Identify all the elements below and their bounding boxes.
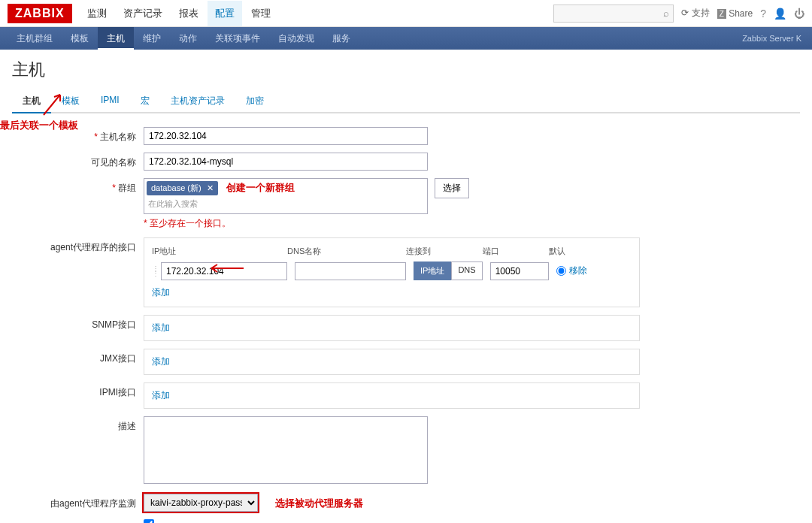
drag-handle-icon[interactable]: ⋮⋮⋮⋮: [152, 267, 159, 276]
page-body: 主机 主机模板IPMI宏主机资产记录加密 最后关联一个模板 *主机名称 可见的名…: [0, 50, 812, 523]
sub-nav: 主机群组模板主机维护动作关联项事件自动发现服务 Zabbix Server K: [0, 27, 812, 50]
row-visible-name: 可见的名称: [12, 153, 800, 171]
header-port: 端口: [483, 246, 549, 257]
connect-to-toggle[interactable]: IP地址 DNS: [414, 262, 483, 280]
subnav-item[interactable]: 关联项事件: [206, 27, 269, 50]
power-icon[interactable]: ⏻: [794, 8, 804, 20]
search-input[interactable]: [553, 5, 674, 23]
row-proxy: 由agent代理程序监测 kaivi-zabbix-proxy-passive …: [12, 494, 800, 512]
ipmi-panel: 添加: [144, 382, 640, 409]
add-jmx-link[interactable]: 添加: [152, 355, 170, 368]
subnav-server: Zabbix Server K: [742, 34, 804, 43]
interface-error-text: *至少存在一个接口。: [144, 217, 469, 230]
topnav-items: 监测资产记录报表配置管理: [80, 1, 278, 26]
interface-ip-input[interactable]: [161, 262, 287, 280]
proxy-select[interactable]: kaivi-zabbix-proxy-passive: [144, 494, 258, 512]
subnav-item[interactable]: 维护: [134, 27, 170, 50]
subnav-item[interactable]: 自动发现: [269, 27, 323, 50]
group-chip-label: database (新): [151, 183, 201, 192]
row-groups: *群组 database (新) ✕ 在此输入搜索 选择 *至少存在一个接口。 …: [12, 178, 800, 230]
support-label: 支持: [692, 8, 710, 18]
topnav-item[interactable]: 报表: [171, 1, 206, 26]
row-agent-interface: agent代理程序的接口 IP地址 DNS名称 连接到 端口 默认 ⋮⋮⋮⋮ I…: [12, 237, 800, 307]
user-icon[interactable]: 👤: [774, 8, 786, 20]
interface-row: ⋮⋮⋮⋮ IP地址 DNS 移除: [152, 262, 632, 280]
groups-placeholder: 在此输入搜索: [147, 197, 425, 211]
support-link[interactable]: ⟳ 支持: [681, 7, 709, 20]
label-proxy: 由agent代理程序监测: [12, 494, 144, 510]
row-host-name: *主机名称: [12, 127, 800, 145]
connect-ip-button[interactable]: IP地址: [414, 262, 451, 280]
annotation-proxy: 选择被动代理服务器: [275, 497, 363, 510]
group-chip[interactable]: database (新) ✕: [147, 181, 218, 195]
jmx-panel: 添加: [144, 349, 640, 375]
add-ipmi-link[interactable]: 添加: [152, 389, 170, 402]
interface-dns-input[interactable]: [295, 262, 406, 280]
subnav-item[interactable]: 服务: [323, 27, 359, 50]
header-dns: DNS名称: [287, 246, 406, 257]
subnav-item[interactable]: 动作: [170, 27, 206, 50]
subnav-item[interactable]: 主机群组: [8, 27, 62, 50]
interface-port-input[interactable]: [490, 262, 549, 280]
share-link[interactable]: Z Share: [717, 8, 753, 19]
header-ip: IP地址: [152, 246, 287, 257]
label-enabled: 已启用: [12, 519, 144, 523]
label-jmx: JMX接口: [12, 349, 144, 365]
add-snmp-link[interactable]: 添加: [152, 322, 170, 334]
search-icon[interactable]: ⌕: [663, 8, 669, 19]
label-groups: *群组: [12, 178, 144, 195]
tab[interactable]: 主机资产记录: [160, 90, 235, 113]
tab[interactable]: 加密: [235, 90, 274, 113]
header-conn: 连接到: [406, 246, 483, 257]
topnav-item[interactable]: 监测: [80, 1, 114, 26]
help-icon[interactable]: ?: [760, 8, 766, 20]
topnav-item[interactable]: 资产记录: [116, 1, 170, 26]
connect-dns-button[interactable]: DNS: [451, 262, 482, 280]
topnav-item[interactable]: 管理: [244, 1, 278, 26]
top-nav: ZABBIX 监测资产记录报表配置管理 ⌕ ⟳ 支持 Z Share ? 👤 ⏻: [0, 0, 812, 27]
subnav-item[interactable]: 模板: [62, 27, 98, 50]
host-name-input[interactable]: [144, 127, 428, 145]
select-groups-button[interactable]: 选择: [435, 178, 469, 198]
tab[interactable]: 宏: [130, 90, 160, 113]
description-textarea[interactable]: [144, 416, 428, 484]
row-ipmi: IPMI接口 添加: [12, 382, 800, 409]
label-host-name: *主机名称: [12, 127, 144, 144]
snmp-panel: 添加: [144, 315, 640, 341]
page-title: 主机: [12, 59, 800, 81]
topnav-right: ⌕ ⟳ 支持 Z Share ? 👤 ⏻: [553, 5, 804, 23]
header-default: 默认: [549, 246, 594, 257]
add-agent-interface-link[interactable]: 添加: [152, 286, 170, 299]
tab[interactable]: 模板: [51, 90, 90, 113]
tab[interactable]: 主机: [12, 90, 51, 113]
subnav-item[interactable]: 主机: [98, 27, 134, 50]
subnav-items: 主机群组模板主机维护动作关联项事件自动发现服务: [8, 27, 359, 50]
interface-headers: IP地址 DNS名称 连接到 端口 默认: [152, 246, 632, 262]
label-visible-name: 可见的名称: [12, 153, 144, 169]
label-snmp: SNMP接口: [12, 315, 144, 331]
default-radio[interactable]: [556, 266, 566, 276]
row-snmp: SNMP接口 添加: [12, 315, 800, 341]
label-ipmi: IPMI接口: [12, 382, 144, 399]
row-description: 描述: [12, 416, 800, 486]
tab[interactable]: IPMI: [90, 90, 130, 113]
close-icon[interactable]: ✕: [207, 183, 214, 192]
row-jmx: JMX接口 添加: [12, 349, 800, 375]
topnav-item[interactable]: 配置: [208, 1, 242, 26]
enabled-checkbox[interactable]: [144, 519, 154, 523]
tabs: 主机模板IPMI宏主机资产记录加密: [12, 90, 800, 113]
remove-interface-link[interactable]: 移除: [569, 265, 587, 277]
label-agent-interface: agent代理程序的接口: [12, 237, 144, 254]
visible-name-input[interactable]: [144, 153, 428, 171]
label-description: 描述: [12, 416, 144, 433]
groups-multiselect[interactable]: database (新) ✕ 在此输入搜索: [144, 178, 428, 214]
logo: ZABBIX: [8, 4, 72, 23]
share-label: Share: [729, 8, 753, 19]
agent-interface-panel: IP地址 DNS名称 连接到 端口 默认 ⋮⋮⋮⋮ IP地址 DNS: [144, 237, 640, 307]
row-enabled: 已启用: [12, 519, 800, 523]
